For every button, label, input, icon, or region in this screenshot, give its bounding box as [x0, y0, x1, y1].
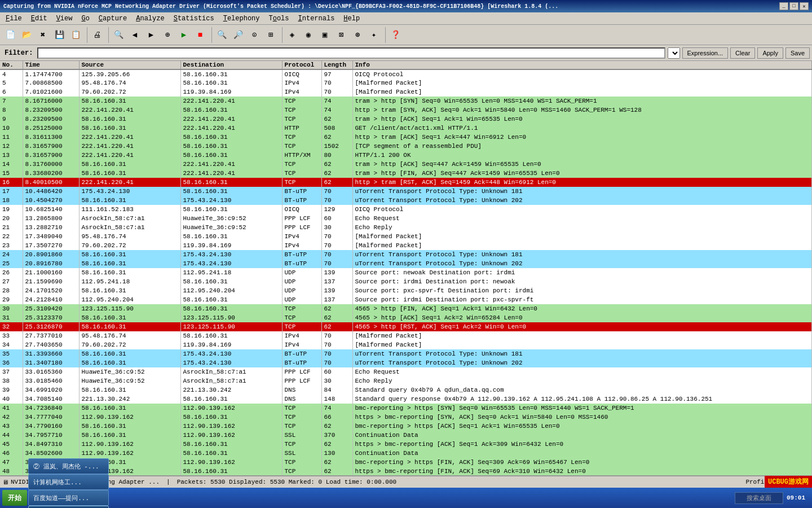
- table-row[interactable]: 4234.7777040112.90.139.16258.16.160.31TC…: [0, 413, 812, 422]
- menu-analyze[interactable]: Analyze: [131, 12, 169, 24]
- tb-stop[interactable]: ■: [192, 27, 208, 43]
- table-row[interactable]: 128.31657900222.141.220.4158.16.160.31TC…: [0, 142, 812, 151]
- tb-zoom-out[interactable]: 🔎: [230, 27, 246, 43]
- tb-open[interactable]: 📂: [19, 27, 34, 43]
- menu-statistics[interactable]: Statistics: [169, 12, 219, 24]
- close-button[interactable]: ✕: [800, 2, 809, 10]
- tb-find[interactable]: 🔍: [111, 27, 126, 43]
- table-row[interactable]: 3025.3109420123.125.115.9058.16.160.31TC…: [0, 304, 812, 313]
- table-row[interactable]: 41.17474700125.39.205.6658.16.160.31OICQ…: [0, 69, 812, 78]
- table-row[interactable]: 2113.2882710AsrockIn_58:c7:a1HuaweiTe_36…: [0, 223, 812, 232]
- filter-input[interactable]: [37, 47, 665, 59]
- table-row[interactable]: 2824.170152058.16.160.31112.95.240.204UD…: [0, 286, 812, 295]
- menu-help[interactable]: Help: [339, 12, 364, 24]
- table-row[interactable]: 3125.312337058.16.160.31123.125.115.90TC…: [0, 313, 812, 322]
- menu-internals[interactable]: Internals: [294, 12, 339, 24]
- table-row[interactable]: 4534.8497310112.90.139.16258.16.160.31TC…: [0, 440, 812, 449]
- table-row[interactable]: 2520.891678058.16.160.31175.43.24.130BT-…: [0, 259, 812, 268]
- tb-cap1[interactable]: ◈: [284, 27, 300, 43]
- table-row[interactable]: 3934.699102058.16.160.31221.13.30.242DNS…: [0, 386, 812, 395]
- cell-proto: TCP: [282, 404, 321, 413]
- taskbar-item[interactable]: 计算机网络工...: [28, 474, 109, 490]
- table-row[interactable]: 3531.339366058.16.160.31175.43.24.130BT-…: [0, 349, 812, 358]
- cell-proto: BT-uTP: [282, 250, 321, 259]
- table-row[interactable]: 4834.9096520112.90.139.16258.16.160.31TC…: [0, 467, 812, 475]
- tb-prev[interactable]: ◀: [127, 27, 143, 43]
- menu-capture[interactable]: Capture: [94, 12, 131, 24]
- tb-cap3[interactable]: ▣: [317, 27, 333, 43]
- table-row[interactable]: 4734.854700058.16.160.31112.90.139.162TC…: [0, 458, 812, 467]
- taskbar-item[interactable]: ② 温岚、周杰伦 -...: [28, 458, 109, 474]
- table-row[interactable]: 1710.4486420175.43.24.13058.16.160.31BT-…: [0, 187, 812, 196]
- table-row[interactable]: 57.0086850095.48.176.7458.16.160.31IPv47…: [0, 78, 812, 87]
- table-row[interactable]: 158.3368020058.16.160.31222.141.220.41TC…: [0, 169, 812, 178]
- table-row[interactable]: 138.31657900222.141.220.4158.16.160.31HT…: [0, 151, 812, 160]
- tb-cap6[interactable]: ✦: [366, 27, 382, 43]
- tb-help[interactable]: ❓: [387, 27, 403, 43]
- table-row[interactable]: 4034.7085140221.13.30.24258.16.160.31DNS…: [0, 395, 812, 404]
- table-row[interactable]: 98.2320950058.16.160.31222.141.220.41TCP…: [0, 115, 812, 124]
- table-row[interactable]: 3733.0165360HuaweiTe_36:c9:52AsrockIn_58…: [0, 367, 812, 376]
- tb-resize[interactable]: ⊞: [263, 27, 279, 43]
- table-row[interactable]: 3225.312687058.16.160.31123.125.115.90TC…: [0, 322, 812, 331]
- tb-new[interactable]: 📄: [2, 27, 18, 43]
- search-box[interactable]: 搜索桌面: [735, 492, 783, 504]
- tb-cap2[interactable]: ◉: [301, 27, 316, 43]
- packet-list[interactable]: No. Time Source Destination Protocol Len…: [0, 61, 812, 475]
- tb-print[interactable]: 🖨: [89, 27, 105, 43]
- table-row[interactable]: 2013.2865800AsrockIn_58:c7:a1HuaweiTe_36…: [0, 214, 812, 223]
- tb-save-as[interactable]: 📋: [68, 27, 83, 43]
- tb-cap4[interactable]: ⊠: [333, 27, 349, 43]
- table-row[interactable]: 3327.737701095.48.176.7458.16.160.31IPv4…: [0, 331, 812, 340]
- cell-info: uTorrent Transport Protocol Type: Unknow…: [352, 187, 812, 196]
- tb-zoom-normal[interactable]: ⊙: [246, 27, 262, 43]
- table-row[interactable]: 1910.6825140111.161.52.18358.16.160.31OI…: [0, 205, 812, 214]
- maximize-button[interactable]: □: [789, 2, 798, 10]
- menu-telephony[interactable]: Telephony: [219, 12, 264, 24]
- table-row[interactable]: 67.0102160079.60.202.72119.39.84.169IPv4…: [0, 87, 812, 97]
- table-row[interactable]: 2420.890186058.16.160.31175.43.24.130BT-…: [0, 250, 812, 259]
- menu-view[interactable]: View: [52, 12, 77, 24]
- table-row[interactable]: 2721.1599690112.95.241.1858.16.160.31UDP…: [0, 277, 812, 286]
- menu-edit[interactable]: Edit: [27, 12, 52, 24]
- tb-zoom-in[interactable]: 🔍: [214, 27, 230, 43]
- cell-time: 20.8916780: [23, 259, 79, 268]
- table-row[interactable]: 3631.340718058.16.160.31175.43.24.130BT-…: [0, 358, 812, 367]
- table-row[interactable]: 3427.740365079.60.202.72119.39.84.169IPv…: [0, 340, 812, 349]
- save-button[interactable]: Save: [785, 47, 810, 59]
- table-row[interactable]: 148.3176000058.16.160.31222.141.220.41TC…: [0, 160, 812, 169]
- table-row[interactable]: 3833.0185460HuaweiTe_36:c9:52AsrockIn_58…: [0, 376, 812, 386]
- table-row[interactable]: 4134.723684058.16.160.31112.90.139.162TC…: [0, 404, 812, 413]
- table-row[interactable]: 4634.8502600112.90.139.16258.16.160.31SS…: [0, 449, 812, 458]
- cell-len: 70: [321, 232, 352, 241]
- tb-next[interactable]: ▶: [143, 27, 159, 43]
- table-row[interactable]: 2317.350727079.60.202.72119.39.84.169IPv…: [0, 241, 812, 250]
- tb-goto[interactable]: ⊕: [160, 27, 175, 43]
- table-row[interactable]: 4334.779016058.16.160.31112.90.139.162TC…: [0, 422, 812, 431]
- table-row[interactable]: 168.40010500222.141.220.4158.16.160.31TC…: [0, 178, 812, 187]
- taskbar-item[interactable]: 百度知道——提问...: [28, 490, 109, 506]
- tb-start[interactable]: ▶: [176, 27, 192, 43]
- expression-button[interactable]: Expression...: [682, 47, 729, 59]
- tb-save[interactable]: 💾: [51, 27, 67, 43]
- table-row[interactable]: 88.23209500222.141.220.4158.16.160.31TCP…: [0, 106, 812, 115]
- table-row[interactable]: 118.31611300222.141.220.4158.16.160.31TC…: [0, 133, 812, 142]
- menu-go[interactable]: Go: [77, 12, 94, 24]
- start-button[interactable]: 开始: [2, 490, 27, 506]
- minimize-button[interactable]: _: [779, 2, 788, 10]
- apply-button[interactable]: Apply: [757, 47, 783, 59]
- filter-dropdown[interactable]: [668, 47, 680, 59]
- menu-tools[interactable]: Tools: [264, 12, 294, 24]
- table-row[interactable]: 108.2512500058.16.160.31222.141.220.41HT…: [0, 124, 812, 133]
- menu-file[interactable]: File: [1, 12, 27, 24]
- taskbar-item[interactable]: Capturing from N...: [28, 506, 109, 508]
- tb-cap5[interactable]: ⊛: [350, 27, 365, 43]
- table-row[interactable]: 2924.2128410112.95.240.20458.16.160.31UD…: [0, 295, 812, 304]
- tb-close[interactable]: ✖: [35, 27, 51, 43]
- table-row[interactable]: 2217.348904095.48.176.7458.16.160.31IPv4…: [0, 232, 812, 241]
- table-row[interactable]: 1810.450427058.16.160.31175.43.24.130BT-…: [0, 196, 812, 205]
- clear-button[interactable]: Clear: [730, 47, 755, 59]
- table-row[interactable]: 2621.100016058.16.160.31112.95.241.18UDP…: [0, 268, 812, 277]
- table-row[interactable]: 4434.795771058.16.160.31112.90.139.162SS…: [0, 431, 812, 440]
- table-row[interactable]: 78.1671600058.16.160.31222.141.220.41TCP…: [0, 97, 812, 106]
